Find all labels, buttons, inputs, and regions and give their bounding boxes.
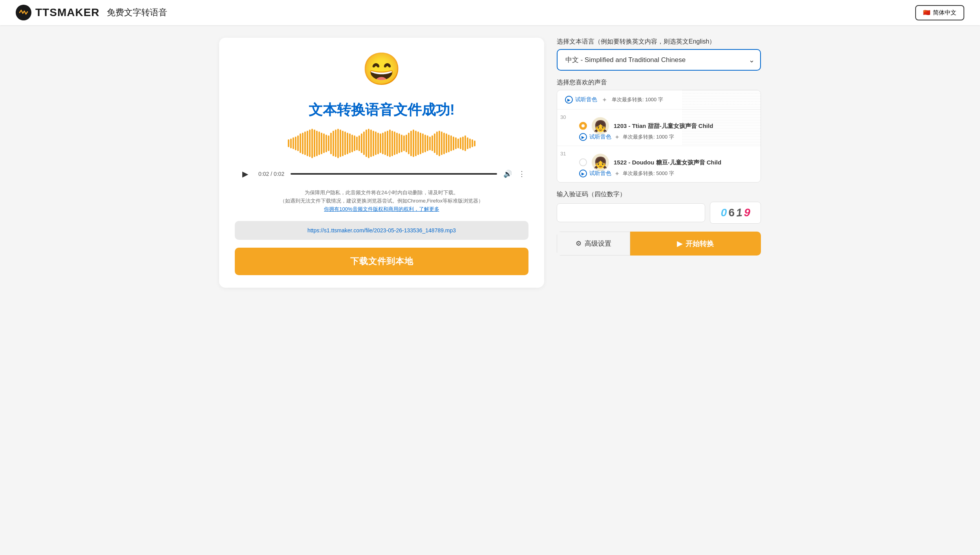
- wave-bar: [321, 133, 322, 154]
- play-button[interactable]: ▶: [238, 167, 252, 181]
- radio-selected-30: [579, 122, 587, 130]
- more-button[interactable]: ⋮: [518, 170, 525, 178]
- notice-link[interactable]: 你拥有100%音频文件版权和商用的权利，了解更多: [324, 206, 439, 212]
- wave-bar: [290, 139, 292, 148]
- url-display[interactable]: https://s1.ttsmaker.com/file/2023-05-26-…: [235, 221, 528, 240]
- wave-bar: [474, 141, 475, 146]
- wave-bar: [309, 130, 311, 157]
- left-panel: 😄 文本转换语音文件成功! ▶ 0:02 / 0:02 🔊 ⋮ 为保障用户隐私，…: [219, 38, 544, 288]
- wave-bar: [422, 133, 424, 153]
- language-select[interactable]: 中文 - Simplified and Traditional ChineseE…: [557, 49, 761, 71]
- voice-number-31: 31: [560, 151, 566, 157]
- wave-bar: [403, 135, 405, 151]
- wave-bar: [311, 129, 313, 158]
- captcha-char-1: 6: [728, 206, 735, 219]
- wave-bar: [460, 137, 461, 149]
- wave-bar: [363, 131, 365, 155]
- wave-bar: [429, 137, 431, 150]
- captcha-input[interactable]: [557, 203, 705, 222]
- wave-bar: [448, 135, 450, 152]
- wave-bar: [316, 131, 318, 156]
- notice-text: 为保障用户隐私，此音频文件将在24小时内自动删除，请及时下载。 （如遇到无法文件…: [280, 189, 484, 213]
- logo-text: TTSMAKER: [35, 6, 100, 19]
- wave-bar: [377, 133, 379, 154]
- wave-bar: [399, 133, 400, 153]
- language-section: 选择文本语言（例如要转换英文内容，则选英文English） 中文 - Simpl…: [557, 38, 761, 71]
- voice-number-30: 30: [560, 114, 566, 120]
- captcha-label: 输入验证码（四位数字）: [557, 190, 761, 199]
- wave-bar: [434, 133, 435, 153]
- play-icon: ▶: [565, 96, 573, 104]
- wave-bar: [389, 130, 391, 157]
- wave-bar: [337, 129, 339, 158]
- wave-bar: [342, 131, 344, 156]
- header: TTSMAKER 免费文字转语音 🇨🇳 简体中文: [0, 0, 980, 25]
- download-button[interactable]: 下载文件到本地: [235, 248, 528, 275]
- language-select-wrapper: 中文 - Simplified and Traditional ChineseE…: [557, 49, 761, 71]
- volume-button[interactable]: 🔊: [503, 170, 512, 178]
- settings-icon: ⚙: [576, 239, 581, 248]
- wave-bar: [354, 135, 355, 151]
- voice-section-label: 选择您喜欢的声音: [557, 79, 761, 87]
- wave-bar: [356, 137, 358, 150]
- wave-bar: [351, 135, 353, 152]
- wave-bar: [330, 133, 332, 154]
- wave-bar: [413, 130, 414, 157]
- right-panel: 选择文本语言（例如要转换英文内容，则选英文English） 中文 - Simpl…: [557, 38, 761, 288]
- wave-bar: [288, 139, 289, 147]
- waveform: [235, 128, 528, 159]
- voice-item-31[interactable]: 31 👧 1522 - Doudou 糖豆-儿童女孩声音 Child ▶ 试听音…: [557, 146, 761, 182]
- wave-bar: [347, 133, 348, 154]
- wave-bar: [368, 129, 369, 158]
- wave-bar: [358, 135, 360, 151]
- wave-bar: [304, 131, 306, 155]
- wave-bar: [455, 137, 457, 149]
- wave-bar: [396, 133, 398, 154]
- progress-bar[interactable]: [291, 173, 497, 175]
- wave-bar: [318, 131, 320, 155]
- voice-section: 选择您喜欢的声音 ▶ 试听音色 ✦ 单次最多转换: 1000 字: [557, 79, 761, 183]
- wave-bar: [424, 135, 426, 152]
- wave-bar: [472, 139, 473, 147]
- wave-bar: [323, 133, 325, 153]
- voice-name-30: 1203 - Ttian 甜甜-儿童女孩声音 Child: [614, 122, 713, 130]
- captcha-row: 0 6 1 9: [557, 202, 761, 224]
- convert-button[interactable]: ▶ 开始转换: [630, 232, 761, 256]
- wave-bar: [410, 131, 412, 156]
- voice-avatar-31: 👧: [592, 154, 609, 171]
- mascot: 😄: [362, 53, 401, 93]
- wave-bar: [401, 135, 402, 152]
- main-container: 😄 文本转换语音文件成功! ▶ 0:02 / 0:02 🔊 ⋮ 为保障用户隐私，…: [203, 25, 777, 300]
- wave-bar: [453, 137, 454, 150]
- wave-bar: [295, 137, 296, 150]
- captcha-char-3: 9: [743, 206, 750, 219]
- wave-bar: [335, 130, 336, 157]
- wave-bar: [391, 131, 393, 156]
- wave-bar: [420, 133, 421, 154]
- wave-bar: [314, 130, 315, 157]
- wave-bar: [325, 135, 327, 152]
- settings-button[interactable]: ⚙ 高级设置: [557, 232, 630, 256]
- wave-bar: [340, 130, 341, 157]
- wave-bar: [457, 139, 459, 148]
- wave-bar: [373, 131, 374, 156]
- radio-31: [579, 159, 587, 166]
- captcha-image[interactable]: 0 6 1 9: [710, 202, 761, 224]
- lang-button[interactable]: 🇨🇳 简体中文: [915, 5, 964, 20]
- voice-item-preview[interactable]: ▶ 试听音色 ✦ 单次最多转换: 1000 字: [557, 90, 761, 110]
- wave-bar: [382, 133, 384, 154]
- wave-bar: [380, 133, 381, 153]
- lang-button-label: 简体中文: [933, 9, 956, 16]
- time-display: 0:02 / 0:02: [258, 171, 284, 177]
- logo-area: TTSMAKER 免费文字转语音: [16, 5, 167, 20]
- wave-bar: [344, 131, 346, 155]
- captcha-char-2: 1: [736, 206, 743, 219]
- wave-bar: [375, 131, 377, 155]
- listen-button-preview[interactable]: ▶ 试听音色: [565, 96, 597, 104]
- wave-bar: [436, 131, 438, 155]
- voice-item-30[interactable]: 30 👧 1203 - Ttian 甜甜-儿童女孩声音 Child ▶ 试听音色: [557, 110, 761, 146]
- wave-bar: [408, 133, 410, 154]
- wave-bar: [370, 130, 372, 157]
- wave-bar: [443, 133, 445, 154]
- wave-bar: [406, 135, 407, 152]
